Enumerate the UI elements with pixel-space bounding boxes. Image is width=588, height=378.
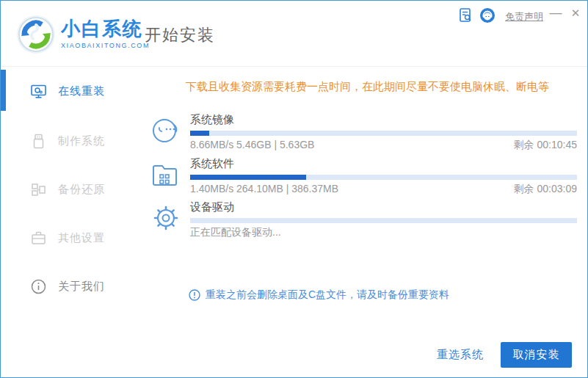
app-window: 小白系统 XIAOBAIXITONG.COM 开始安装 — [0, 0, 588, 378]
sidebar-item-backup-restore[interactable]: 备份还原 — [30, 181, 105, 198]
cancel-install-button[interactable]: 取消安装 — [501, 342, 572, 368]
progress-bar — [190, 218, 577, 223]
task-label: 设备驱动 — [190, 200, 234, 214]
log-report-icon[interactable] — [457, 7, 473, 23]
monitor-icon — [30, 83, 47, 100]
alert-circle-icon — [189, 289, 200, 301]
page-title: 开始安装 — [145, 24, 215, 46]
backup-note: 重装之前会删除桌面及C盘文件，请及时备份重要资料 — [189, 288, 449, 302]
progress-bar — [190, 175, 577, 180]
progress-fill — [190, 175, 306, 180]
minimize-button[interactable]: — — [548, 4, 564, 23]
face-icon — [150, 115, 182, 147]
briefcase-icon — [30, 230, 47, 247]
task-remaining: 剩余 00:03:09 — [514, 183, 577, 196]
reselect-system-button[interactable]: 重选系统 — [432, 342, 488, 367]
task-status: 正在匹配设备驱动... — [190, 226, 281, 239]
info-circle-icon — [30, 278, 47, 295]
sidebar-item-label: 在线重装 — [58, 84, 105, 98]
task-remaining: 剩余 00:10:45 — [514, 139, 577, 152]
app-logo-icon — [15, 14, 57, 55]
active-item-indicator — [1, 70, 6, 111]
gear-icon — [150, 202, 182, 234]
main-content: 下载且收集资源需要耗费一点时间，在此期间尽量不要使电脑休眠、断电等 系统镜像 8… — [140, 67, 587, 377]
backup-note-text: 重装之前会删除桌面及C盘文件，请及时备份重要资料 — [206, 288, 449, 302]
sidebar: 在线重装 制作系统 备份还原 — [1, 67, 140, 377]
close-button[interactable]: ✕ — [567, 4, 584, 23]
header: 小白系统 XIAOBAIXITONG.COM 开始安装 — [1, 1, 587, 67]
task-label: 系统镜像 — [190, 113, 234, 127]
usb-drive-icon — [30, 133, 47, 150]
sidebar-item-label: 其他设置 — [58, 231, 105, 245]
brand-text: 小白系统 XIAOBAIXITONG.COM — [61, 18, 150, 49]
sidebar-item-label: 制作系统 — [58, 134, 105, 148]
blocks-icon — [30, 181, 47, 198]
sidebar-item-online-reinstall[interactable]: 在线重装 — [30, 83, 105, 100]
progress-fill — [190, 131, 209, 136]
task-stats: 8.66MB/s 5.46GB | 5.63GB — [190, 139, 314, 150]
progress-bar — [190, 131, 577, 136]
task-stats: 1.40MB/s 264.10MB | 386.37MB — [190, 183, 338, 195]
warning-text: 下载且收集资源需要耗费一点时间，在此期间尽量不要使电脑休眠、断电等 — [155, 80, 580, 94]
customer-service-icon[interactable] — [479, 7, 496, 23]
brand-title: 小白系统 — [61, 18, 150, 39]
sidebar-item-other-settings[interactable]: 其他设置 — [30, 230, 105, 247]
folder-icon — [150, 159, 182, 191]
sidebar-item-make-system[interactable]: 制作系统 — [30, 133, 105, 150]
sidebar-item-label: 关于我们 — [58, 280, 105, 294]
brand-subtitle: XIAOBAIXITONG.COM — [61, 42, 150, 49]
sidebar-item-about-us[interactable]: 关于我们 — [30, 278, 105, 295]
task-label: 系统软件 — [190, 157, 234, 171]
disclaimer-link[interactable]: 免责声明 — [505, 10, 543, 23]
sidebar-item-label: 备份还原 — [58, 183, 105, 197]
